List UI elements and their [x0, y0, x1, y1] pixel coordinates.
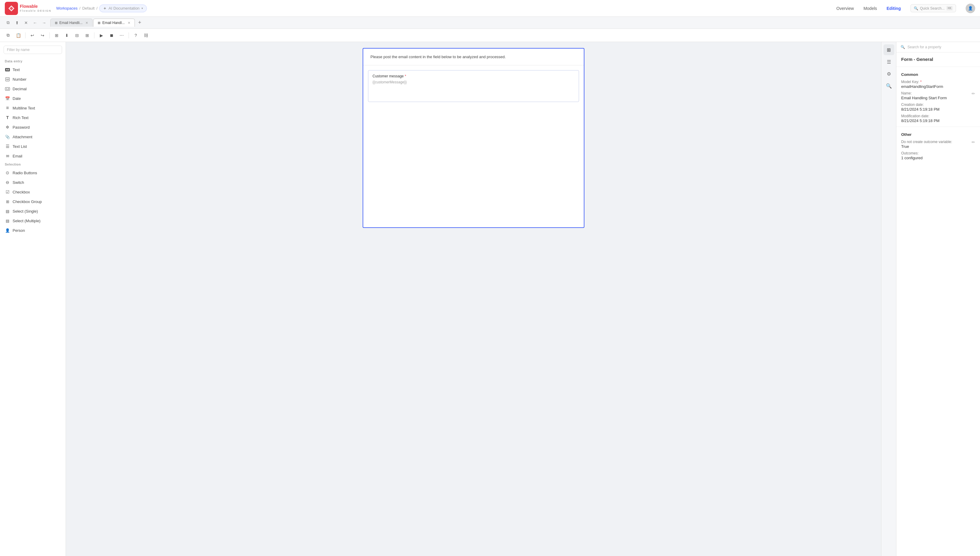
- props-outcomes-row: Outcomes: 1 configured: [896, 150, 980, 162]
- sidebar-item-attachment-label: Attachment: [13, 135, 32, 139]
- props-modification-row: Modification date: 8/21/2024 5:19:18 PM: [896, 113, 980, 124]
- props-creation-value: 8/21/2024 5:19:18 PM: [901, 107, 975, 112]
- props-search-bar[interactable]: 🔍 Search for a property: [896, 42, 980, 52]
- sidebar-item-password[interactable]: Password: [0, 122, 66, 132]
- props-modification-value: 8/21/2024 5:19:18 PM: [901, 118, 975, 123]
- toolbar-sep-4: [129, 32, 129, 39]
- logo-icon[interactable]: [5, 2, 18, 15]
- switch-icon: [5, 179, 10, 185]
- toolbar: ⧉ 📋 ↩ ↪ ⊞ ⬇ ⊟ ⊞ ▶ ⏹ ⋯ ? ⛓: [0, 29, 980, 42]
- toolbar-split-h[interactable]: ⊟: [73, 31, 82, 40]
- filter-input[interactable]: [3, 45, 62, 54]
- toolbar-download[interactable]: ⬇: [62, 31, 71, 40]
- sidebar-item-email[interactable]: Email: [0, 151, 66, 161]
- props-model-key-label: Model Key: *: [901, 80, 975, 84]
- sidebar-item-switch[interactable]: Switch: [0, 178, 66, 187]
- props-name-value: Email Handling Start Form: [901, 96, 975, 100]
- tab-1[interactable]: ⊞ Email Handli... ✕: [50, 19, 93, 27]
- sidebar-item-checkbox-label: Checkbox: [13, 190, 30, 194]
- tab-action-copy[interactable]: ⧉: [5, 19, 11, 26]
- tab-bar: ⧉ ⬆ ✕ ← → ⊞ Email Handli... ✕ ⊞ Email Ha…: [0, 17, 980, 29]
- sidebar-item-decimal[interactable]: Decimal: [0, 84, 66, 94]
- tab-1-label: Email Handli...: [59, 21, 82, 25]
- password-icon: [5, 124, 10, 130]
- props-outcomes-label: Outcomes:: [901, 151, 975, 155]
- toolbar-sep-1: [25, 32, 26, 39]
- form-field-area: Customer message * {{customerMessage}}: [363, 65, 584, 107]
- breadcrumb-default[interactable]: Default: [82, 6, 94, 10]
- props-creation-label: Creation date:: [901, 103, 975, 107]
- sidebar-item-selectmulti-label: Select (Multiple): [13, 219, 40, 223]
- date-icon: [5, 96, 10, 101]
- tab-2-icon: ⊞: [98, 21, 100, 25]
- right-icon-settings[interactable]: ⚙: [883, 68, 894, 79]
- breadcrumb: Workspaces / Default / ✦ AI Documentatio…: [56, 5, 147, 12]
- sidebar-item-radio[interactable]: Radio Buttons: [0, 168, 66, 178]
- sidebar-item-number[interactable]: Number: [0, 74, 66, 84]
- toolbar-undo[interactable]: ↩: [28, 31, 37, 40]
- toolbar-redo[interactable]: ↪: [38, 31, 47, 40]
- tab-2[interactable]: ⊞ Email Handl... ✕: [93, 19, 135, 27]
- richtext-icon: [5, 115, 10, 120]
- tab-2-close[interactable]: ✕: [128, 21, 131, 25]
- tab-add[interactable]: +: [135, 19, 144, 27]
- sidebar-item-checkboxgrp[interactable]: Checkbox Group: [0, 197, 66, 206]
- toolbar-more[interactable]: ⋯: [117, 31, 126, 40]
- breadcrumb-workspaces[interactable]: Workspaces: [56, 6, 77, 10]
- sidebar-item-multiline[interactable]: Multiline Text: [0, 103, 66, 113]
- form-field-customer-message[interactable]: Customer message * {{customerMessage}}: [368, 70, 579, 102]
- toolbar-help[interactable]: ?: [131, 31, 140, 40]
- props-model-key-row: Model Key: * emailHandlingStartForm: [896, 79, 980, 90]
- right-icon-search[interactable]: 🔍: [883, 80, 894, 91]
- sidebar-item-person-label: Person: [13, 228, 25, 233]
- tab-1-close[interactable]: ✕: [85, 21, 88, 25]
- sidebar-item-date[interactable]: Date: [0, 94, 66, 103]
- sidebar-item-selectsingle[interactable]: Select (Single): [0, 206, 66, 216]
- toolbar-paste[interactable]: 📋: [14, 31, 23, 40]
- avatar-icon: 👤: [968, 6, 973, 10]
- nav-overview[interactable]: Overview: [837, 6, 854, 11]
- sidebar-item-textlist[interactable]: Text List: [0, 142, 66, 151]
- toolbar-link[interactable]: ⛓: [142, 31, 150, 40]
- form-canvas: Please post the email content in the fie…: [363, 48, 584, 228]
- nav-models[interactable]: Models: [864, 6, 877, 11]
- tab-action-upload[interactable]: ⬆: [14, 19, 20, 26]
- sidebar-item-date-label: Date: [13, 96, 21, 101]
- sidebar-item-text[interactable]: Text: [0, 65, 66, 74]
- right-icon-form[interactable]: ⊞: [883, 44, 894, 55]
- tab-action-close[interactable]: ✕: [23, 19, 29, 26]
- sidebar-item-person[interactable]: Person: [0, 226, 66, 235]
- breadcrumb-sep2: /: [97, 6, 98, 10]
- sidebar-item-richtext-label: Rich Text: [13, 115, 29, 120]
- toolbar-split-v[interactable]: ⊞: [83, 31, 92, 40]
- ai-documentation-badge[interactable]: ✦ AI Documentation ▾: [99, 5, 147, 12]
- sidebar-item-attachment[interactable]: Attachment: [0, 132, 66, 142]
- nav-right: Overview Models Editing 🔍 Quick Search..…: [837, 3, 975, 13]
- properties-title: Form - General: [896, 52, 980, 64]
- props-creation-row: Creation date: 8/21/2024 5:19:18 PM: [896, 101, 980, 113]
- nav-editing[interactable]: Editing: [887, 6, 901, 11]
- toolbar-stop[interactable]: ⏹: [107, 31, 116, 40]
- sidebar-item-checkbox[interactable]: Checkbox: [0, 187, 66, 197]
- props-outcome-var-row: ✏ Do not create outcome variable: True: [896, 139, 980, 150]
- sidebar-item-selectmulti[interactable]: Select (Multiple): [0, 216, 66, 226]
- user-avatar[interactable]: 👤: [965, 3, 975, 13]
- props-name-label: Name:: [901, 91, 975, 95]
- sidebar-item-textlist-label: Text List: [13, 144, 27, 149]
- attachment-icon: [5, 134, 10, 139]
- toolbar-copy[interactable]: ⧉: [3, 31, 13, 40]
- tab-action-back[interactable]: ←: [32, 19, 39, 26]
- tab-action-forward[interactable]: →: [41, 19, 47, 26]
- right-icon-list[interactable]: ☰: [883, 57, 894, 67]
- sidebar-item-richtext[interactable]: Rich Text: [0, 113, 66, 122]
- field-label-text: Customer message: [372, 74, 404, 78]
- quick-search[interactable]: 🔍 Quick Search... ⌘K: [911, 4, 956, 12]
- props-outcomes-value: 1 configured: [901, 156, 975, 160]
- toolbar-play[interactable]: ▶: [97, 31, 106, 40]
- sidebar-item-number-label: Number: [13, 77, 26, 82]
- props-name-edit[interactable]: ✏: [972, 91, 975, 96]
- toolbar-grid[interactable]: ⊞: [52, 31, 61, 40]
- field-placeholder-customer-message: {{customerMessage}}: [372, 80, 574, 98]
- props-outcome-var-edit[interactable]: ✏: [972, 140, 975, 145]
- radio-icon: [5, 170, 10, 175]
